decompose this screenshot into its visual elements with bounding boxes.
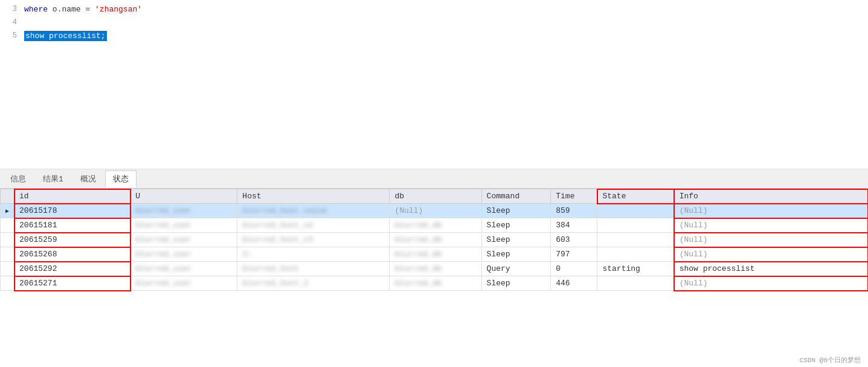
watermark: CSDN @6个日的梦想 (800, 356, 861, 365)
cell-state (597, 218, 674, 233)
cell-id: 20615292 (14, 262, 130, 276)
tab-overview[interactable]: 概况 (72, 171, 104, 187)
cell-info: (Null) (674, 247, 867, 262)
cell-info: (Null) (674, 218, 867, 233)
cell-host: blurred_host_v2 (237, 218, 390, 233)
col-header-user: U (130, 189, 237, 204)
cell-db: blurred_db (390, 218, 481, 233)
row-arrow (1, 276, 14, 291)
cell-db: (Null) (390, 204, 481, 218)
cell-command: Sleep (481, 218, 551, 233)
cell-info: show processlist (674, 262, 867, 276)
cell-time: 859 (551, 204, 597, 218)
table-row[interactable]: ▶ 20615178 blurred_user blurred_host_val… (1, 204, 868, 218)
tabs-bar: 信息 结果1 概况 状态 (0, 169, 868, 189)
line-number: 4 (5, 18, 17, 27)
row-indicator-header (1, 189, 14, 204)
result-table: id U Host db Command Time State Info ▶ 2… (0, 189, 868, 291)
code-line-3: 3 where o.name = 'zhangsan' (0, 2, 868, 16)
code-editor: 3 where o.name = 'zhangsan' 4 5 show pro… (0, 0, 868, 169)
row-arrow (1, 218, 14, 233)
line-number: 5 (5, 31, 17, 40)
row-arrow: ▶ (1, 204, 14, 218)
col-header-command: Command (481, 189, 551, 204)
cell-command: Query (481, 262, 551, 276)
cell-host: blurred_host_value (237, 204, 390, 218)
cell-id: 20615181 (14, 218, 130, 233)
tab-status[interactable]: 状态 (105, 171, 137, 187)
code-content: show processlist; (24, 31, 107, 41)
cell-command: Sleep (481, 233, 551, 247)
cell-state (597, 276, 674, 291)
bottom-panel: 信息 结果1 概况 状态 id U Host db Command Time S… (0, 169, 868, 367)
col-header-id: id (14, 189, 130, 204)
cell-user: blurred_user (130, 204, 237, 218)
cell-id: 20615259 (14, 233, 130, 247)
cell-id: 20615178 (14, 204, 130, 218)
cell-command: Sleep (481, 204, 551, 218)
tab-info[interactable]: 信息 (2, 171, 34, 187)
cell-user: blurred_user (130, 218, 237, 233)
cell-info: (Null) (674, 233, 867, 247)
line-number: 3 (5, 5, 17, 13)
cell-id: 20615268 (14, 247, 130, 262)
cell-db: blurred_db (390, 247, 481, 262)
cell-user: blurred_user (130, 233, 237, 247)
row-arrow (1, 262, 14, 276)
cell-time: 384 (551, 218, 597, 233)
col-header-host: Host (237, 189, 390, 204)
cell-time: 0 (551, 262, 597, 276)
table-container[interactable]: id U Host db Command Time State Info ▶ 2… (0, 189, 868, 367)
cell-state (597, 233, 674, 247)
cell-host: blurred_host (237, 262, 390, 276)
cell-info: (Null) (674, 276, 867, 291)
tab-result1[interactable]: 结果1 (35, 171, 71, 187)
cell-host: blurred_host_2 (237, 276, 390, 291)
cell-time: 446 (551, 276, 597, 291)
cell-user: blurred_user (130, 247, 237, 262)
cell-command: Sleep (481, 247, 551, 262)
cell-state: starting (597, 262, 674, 276)
col-header-time: Time (551, 189, 597, 204)
cell-db: blurred_db (390, 233, 481, 247)
table-header-row: id U Host db Command Time State Info (1, 189, 868, 204)
cell-db: blurred_db (390, 262, 481, 276)
col-header-info: Info (674, 189, 867, 204)
code-content: where o.name = 'zhangsan' (24, 5, 142, 14)
cell-time: 603 (551, 233, 597, 247)
cell-user: blurred_user (130, 276, 237, 291)
row-arrow (1, 233, 14, 247)
cell-command: Sleep (481, 276, 551, 291)
cell-time: 797 (551, 247, 597, 262)
cell-state (597, 204, 674, 218)
table-row[interactable]: 20615259 blurred_user blurred_host_v3 bl… (1, 233, 868, 247)
cell-user: blurred_user (130, 262, 237, 276)
cell-db: blurred_db (390, 276, 481, 291)
code-line-5: 5 show processlist; (0, 29, 868, 42)
cell-info: (Null) (674, 204, 867, 218)
table-row[interactable]: 20615292 blurred_user blurred_host blurr… (1, 262, 868, 276)
cell-state (597, 247, 674, 262)
col-header-db: db (390, 189, 481, 204)
cell-host: blurred_host_v3 (237, 233, 390, 247)
table-row[interactable]: 20615268 blurred_user 3: blurred_db Slee… (1, 247, 868, 262)
table-row[interactable]: 20615181 blurred_user blurred_host_v2 bl… (1, 218, 868, 233)
table-row[interactable]: 20615271 blurred_user blurred_host_2 blu… (1, 276, 868, 291)
row-arrow (1, 247, 14, 262)
cell-host: 3: (237, 247, 390, 262)
code-line-4: 4 (0, 16, 868, 29)
cell-id: 20615271 (14, 276, 130, 291)
col-header-state: State (597, 189, 674, 204)
